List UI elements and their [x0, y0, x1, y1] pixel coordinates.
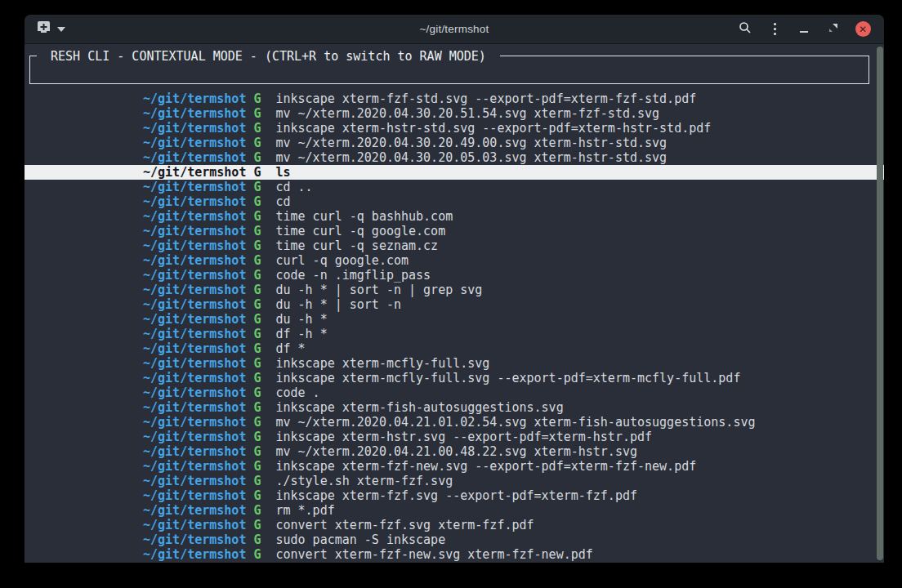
command-text: convert xterm-fzf-new.svg xterm-fzf-new.… — [275, 547, 592, 562]
history-row[interactable]: ~/git/termshotGmv ~/xterm.2020.04.21.01.… — [25, 415, 884, 430]
command-text: mv ~/xterm.2020.04.30.20.49.00.svg xterm… — [275, 136, 667, 150]
history-row[interactable]: ~/git/termshotGtime curl -q google.com — [25, 224, 884, 238]
prompt-path: ~/git/termshot — [143, 327, 246, 341]
restore-icon — [828, 23, 838, 35]
command-text: inkscape xterm-mcfly-full.svg — [275, 356, 489, 371]
git-indicator: G — [253, 430, 261, 444]
command-text: convert xterm-fzf.svg xterm-fzf.pdf — [275, 518, 534, 532]
history-row[interactable]: ~/git/termshotGmv ~/xterm.2020.04.30.20.… — [25, 106, 884, 121]
history-row[interactable]: ~/git/termshotGinkscape xterm-fzf-new.sv… — [25, 459, 884, 474]
history-row[interactable]: ~/git/termshotGinkscape xterm-fish-autos… — [25, 400, 884, 415]
history-row[interactable]: ~/git/termshotGinkscape xterm-fzf.svg --… — [25, 488, 884, 503]
git-indicator: G — [253, 180, 261, 194]
restore-button[interactable] — [822, 18, 845, 41]
command-text: mv ~/xterm.2020.04.30.20.05.03.svg xterm… — [275, 150, 667, 165]
history-row[interactable]: ~/git/termshotGsudo pacman -S inkscape — [25, 532, 884, 547]
history-row[interactable]: ~/git/termshotGcurl -q google.com — [25, 253, 884, 268]
close-icon: ✕ — [855, 21, 871, 37]
history-row[interactable]: ~/git/termshotGls — [25, 165, 884, 180]
close-button[interactable]: ✕ — [851, 18, 874, 41]
git-indicator: G — [253, 297, 261, 312]
command-text: code -n .imgflip_pass — [275, 268, 431, 283]
command-text: mv ~/xterm.2020.04.21.00.48.22.svg xterm… — [275, 444, 637, 459]
history-row[interactable]: ~/git/termshotGdu -h * | sort -n | grep … — [25, 283, 884, 297]
git-indicator: G — [253, 371, 261, 385]
new-tab-button[interactable] — [36, 21, 65, 37]
history-row[interactable]: ~/git/termshotGinkscape xterm-mcfly-full… — [25, 356, 884, 371]
prompt-path: ~/git/termshot — [143, 547, 246, 562]
chevron-down-icon — [57, 27, 65, 32]
git-indicator: G — [253, 253, 261, 268]
git-indicator: G — [253, 532, 261, 547]
history-row[interactable]: ~/git/termshotG./style.sh xterm-fzf.svg — [25, 474, 884, 488]
menu-button[interactable] — [763, 18, 786, 41]
minimize-button[interactable] — [793, 18, 815, 41]
command-text: df -h * — [275, 327, 327, 341]
history-row[interactable]: ~/git/termshotGcd — [25, 194, 884, 209]
command-text: curl -q google.com — [275, 253, 409, 268]
history-row[interactable]: ~/git/termshotGinkscape xterm-mcfly-full… — [25, 371, 884, 385]
history-row[interactable]: ~/git/termshotGconvert xterm-fzf-new.svg… — [25, 547, 884, 562]
git-indicator: G — [253, 209, 261, 224]
command-text: time curl -q bashhub.com — [275, 209, 453, 224]
prompt-path: ~/git/termshot — [143, 385, 246, 400]
command-text: cd — [275, 194, 290, 209]
prompt-path: ~/git/termshot — [143, 150, 246, 165]
history-row[interactable]: ~/git/termshotGcd .. — [25, 180, 884, 194]
history-row[interactable]: ~/git/termshotGinkscape xterm-hstr-std.s… — [25, 121, 884, 136]
history-row[interactable]: ~/git/termshotGdf -h * — [25, 327, 884, 341]
prompt-path: ~/git/termshot — [143, 238, 246, 253]
git-indicator: G — [253, 474, 261, 488]
command-text: du -h * — [275, 312, 327, 327]
command-text: inkscape xterm-fzf.svg --export-pdf=xter… — [275, 488, 637, 503]
command-text: time curl -q google.com — [275, 224, 445, 238]
resh-mode-title: RESH CLI - CONTEXTUAL MODE - (CTRL+R to … — [37, 49, 500, 64]
history-row[interactable]: ~/git/termshotGdu -h * | sort -n — [25, 297, 884, 312]
command-text: inkscape xterm-hstr-std.svg --export-pdf… — [275, 121, 711, 136]
command-history-list: ~/git/termshotGinkscape xterm-fzf-std.sv… — [25, 91, 884, 562]
git-indicator: G — [253, 356, 261, 371]
git-indicator: G — [253, 415, 261, 430]
git-indicator: G — [253, 400, 261, 415]
git-indicator: G — [253, 121, 261, 136]
command-text: inkscape xterm-fzf-new.svg --export-pdf=… — [275, 459, 696, 474]
history-row[interactable]: ~/git/termshotGdf * — [25, 341, 884, 356]
git-indicator: G — [253, 385, 261, 400]
prompt-path: ~/git/termshot — [143, 312, 246, 327]
command-text: du -h * | sort -n — [275, 297, 401, 312]
scrollbar[interactable] — [877, 47, 883, 560]
command-text: inkscape xterm-fzf-std.svg --export-pdf=… — [275, 91, 696, 106]
command-text: sudo pacman -S inkscape — [275, 532, 445, 547]
command-text: rm *.pdf — [275, 503, 334, 518]
resh-mode-box: RESH CLI - CONTEXTUAL MODE - (CTRL+R to … — [29, 56, 869, 84]
git-indicator: G — [253, 444, 261, 459]
history-row[interactable]: ~/git/termshotGtime curl -q bashhub.com — [25, 209, 884, 224]
history-row[interactable]: ~/git/termshotGcode . — [25, 385, 884, 400]
command-text: du -h * | sort -n | grep svg — [275, 283, 482, 297]
prompt-path: ~/git/termshot — [143, 283, 246, 297]
history-row[interactable]: ~/git/termshotGtime curl -q seznam.cz — [25, 238, 884, 253]
history-row[interactable]: ~/git/termshotGrm *.pdf — [25, 503, 884, 518]
git-indicator: G — [253, 518, 261, 532]
prompt-path: ~/git/termshot — [143, 430, 246, 444]
history-row[interactable]: ~/git/termshotGconvert xterm-fzf.svg xte… — [25, 518, 884, 532]
titlebar-left-controls — [25, 21, 65, 37]
prompt-path: ~/git/termshot — [143, 106, 246, 121]
history-row[interactable]: ~/git/termshotGmv ~/xterm.2020.04.30.20.… — [25, 136, 884, 150]
terminal-content: RESH CLI - CONTEXTUAL MODE - (CTRL+R to … — [25, 44, 884, 563]
history-row[interactable]: ~/git/termshotGmv ~/xterm.2020.04.30.20.… — [25, 150, 884, 165]
prompt-path: ~/git/termshot — [143, 459, 246, 474]
prompt-path: ~/git/termshot — [143, 121, 246, 136]
history-row[interactable]: ~/git/termshotGcode -n .imgflip_pass — [25, 268, 884, 283]
history-row[interactable]: ~/git/termshotGdu -h * — [25, 312, 884, 327]
history-row[interactable]: ~/git/termshotGmv ~/xterm.2020.04.21.00.… — [25, 444, 884, 459]
search-button[interactable] — [734, 18, 757, 41]
history-row[interactable]: ~/git/termshotGinkscape xterm-hstr.svg -… — [25, 430, 884, 444]
terminal-window: ~/git/termshot — [25, 15, 884, 563]
prompt-path: ~/git/termshot — [143, 400, 246, 415]
command-text: mv ~/xterm.2020.04.30.20.51.54.svg xterm… — [275, 106, 659, 121]
prompt-path: ~/git/termshot — [143, 194, 246, 209]
prompt-path: ~/git/termshot — [143, 341, 246, 356]
history-row[interactable]: ~/git/termshotGinkscape xterm-fzf-std.sv… — [25, 91, 884, 106]
command-text: inkscape xterm-mcfly-full.svg --export-p… — [275, 371, 740, 385]
